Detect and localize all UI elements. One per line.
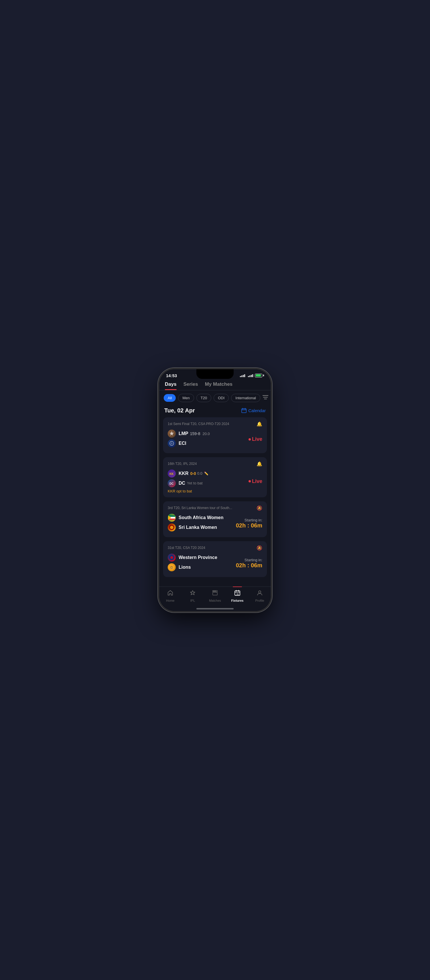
battery-body: [255, 374, 262, 377]
filter-all[interactable]: All: [164, 394, 176, 402]
matches-icon: [212, 590, 218, 598]
match-card-1[interactable]: 1st Semi Final T20, CSA PRO-T20 2024 🔔: [163, 417, 267, 453]
card-inner-2: KK KKR 0-0 0.0 ✏️: [168, 469, 262, 493]
filter-icon[interactable]: [263, 395, 268, 401]
signal-bar: [248, 376, 249, 377]
date-header: Tue, 02 Apr Calendar: [159, 406, 271, 417]
status-time: 14:53: [166, 373, 177, 378]
nav-ipl[interactable]: IPL: [184, 590, 201, 602]
team-row-wp: Western Province: [168, 554, 233, 562]
teams-section-2: KK KKR 0-0 0.0 ✏️: [168, 469, 246, 493]
team-name-saw: South Africa Women: [179, 515, 223, 520]
team-logo-lions: 🦁: [168, 563, 176, 571]
scroll-content[interactable]: All Men T20 ODI International: [159, 390, 271, 587]
ipl-icon: [189, 590, 196, 598]
battery-tip: [263, 375, 264, 376]
signal-bar: [243, 375, 244, 377]
phone-screen: 14:53: [159, 369, 271, 611]
nav-matches[interactable]: Matches: [206, 590, 224, 602]
pencil-icon: ✏️: [204, 471, 208, 476]
home-indicator: [196, 608, 234, 609]
team-name-wp: Western Province: [179, 555, 217, 560]
match-series-1: 1st Semi Final T20, CSA PRO-T20 2024 🔔: [168, 421, 262, 427]
svg-rect-21: [213, 590, 213, 592]
live-dot-2: [249, 480, 251, 482]
filter-odi[interactable]: ODI: [214, 394, 229, 402]
card-inner-3: South Africa Women: [168, 514, 262, 533]
team-row-lions: 🦁 Lions: [168, 563, 233, 571]
home-icon: [167, 590, 173, 598]
bell-icon-1[interactable]: 🔔: [257, 421, 262, 427]
signal-bar: [241, 375, 242, 377]
fixtures-icon: 31: [234, 590, 241, 598]
starting-time-4: 02h : 06m: [236, 562, 262, 569]
calendar-button[interactable]: Calendar: [241, 408, 266, 413]
team-logo-wp: [168, 554, 176, 562]
svg-text:DC: DC: [170, 482, 173, 485]
starting-time-3: 02h : 06m: [236, 522, 262, 529]
team-score-lmp: 159-8 20.0: [190, 431, 210, 436]
battery-icon: [255, 374, 264, 377]
bottom-nav: Home IPL: [159, 587, 271, 608]
svg-rect-24: [213, 592, 217, 595]
svg-rect-23: [215, 590, 216, 592]
svg-point-15: [170, 526, 173, 529]
team-row-dc: DC DC Yet to bat: [168, 479, 246, 487]
svg-point-17: [170, 556, 173, 559]
team-logo-slw: [168, 523, 176, 531]
svg-text:KK: KK: [170, 473, 174, 476]
phone-notch: [196, 369, 234, 379]
signal-bar: [249, 375, 250, 377]
team-row-eci: ECI: [168, 439, 246, 447]
svg-point-30: [259, 591, 261, 593]
team-logo-lmp: [168, 430, 176, 438]
team-name-slw: Sri Lanka Women: [179, 525, 217, 530]
nav-active-line: [233, 587, 242, 587]
filter-international[interactable]: International: [231, 394, 260, 402]
team-row-kkr: KK KKR 0-0 0.0 ✏️: [168, 469, 246, 477]
nav-profile[interactable]: Profile: [251, 590, 268, 602]
filter-men[interactable]: Men: [178, 394, 194, 402]
team-logo-kkr: KK: [168, 469, 176, 477]
filter-row: All Men T20 ODI International: [159, 390, 271, 406]
svg-rect-22: [214, 590, 214, 592]
nav-home[interactable]: Home: [162, 590, 179, 602]
teams-section-3: South Africa Women: [168, 514, 233, 533]
team-logo-dc: DC: [168, 479, 176, 487]
card-inner-1: LMP 159-8 20.0: [168, 430, 262, 449]
bell-icon-4[interactable]: 🔕: [257, 545, 262, 550]
match-card-2[interactable]: 16th T20, IPL 2024 🔔 KK: [163, 457, 267, 497]
team-name-kkr: KKR: [179, 471, 189, 476]
bell-icon-2[interactable]: 🔔: [257, 461, 262, 467]
teams-section-1: LMP 159-8 20.0: [168, 430, 246, 449]
starting-label-3: Starting in:: [244, 518, 262, 522]
starting-label-4: Starting in:: [244, 558, 262, 562]
battery-fill: [256, 374, 261, 377]
nav-label-home: Home: [166, 599, 174, 602]
tab-series[interactable]: Series: [184, 382, 198, 390]
match-card-4[interactable]: 31st T20, CSA T20 2024 🔕: [163, 541, 267, 577]
tab-days[interactable]: Days: [165, 382, 176, 390]
bell-icon-3[interactable]: 🔕: [257, 505, 262, 511]
nav-fixtures[interactable]: 31 Fixtures: [229, 590, 246, 602]
signal-bar: [251, 375, 252, 377]
match-status-3: Starting in: 02h : 06m: [233, 518, 262, 529]
nav-label-profile: Profile: [255, 599, 264, 602]
team-row-lmp: LMP 159-8 20.0: [168, 430, 246, 438]
signal-bars-2: [248, 374, 253, 377]
live-badge-1: Live: [249, 436, 262, 442]
match-series-2: 16th T20, IPL 2024 🔔: [168, 461, 262, 467]
phone-device: 14:53: [159, 369, 271, 611]
nav-label-matches: Matches: [209, 599, 221, 602]
live-dot-1: [249, 438, 251, 441]
nav-label-ipl: IPL: [190, 599, 195, 602]
match-status-2: Live: [246, 478, 262, 484]
team-row-saw: South Africa Women: [168, 514, 233, 522]
match-card-3[interactable]: 3rd T20, Sri Lanka Women tour of South..…: [163, 501, 267, 537]
team-row-slw: Sri Lanka Women: [168, 523, 233, 531]
filter-t20[interactable]: T20: [196, 394, 211, 402]
tab-my-matches[interactable]: My Matches: [205, 382, 232, 390]
signal-bar: [252, 374, 253, 377]
match-series-3: 3rd T20, Sri Lanka Women tour of South..…: [168, 505, 262, 511]
svg-rect-3: [242, 409, 246, 413]
